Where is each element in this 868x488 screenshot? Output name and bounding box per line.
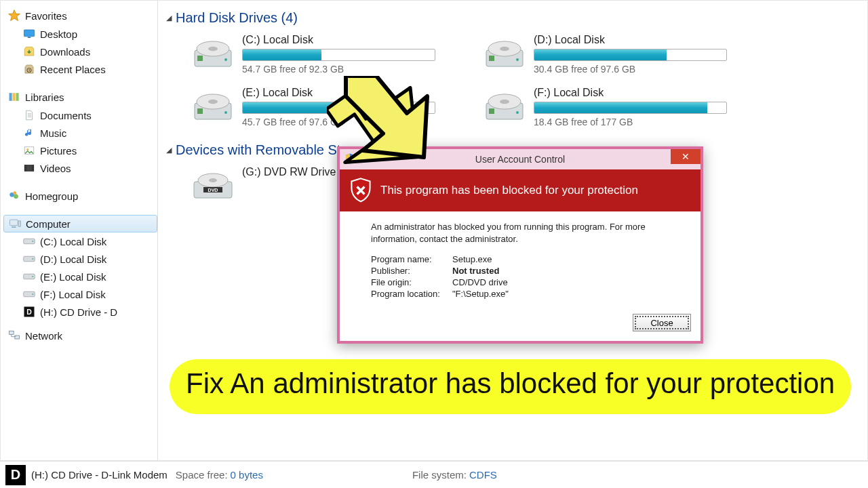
homegroup-group: Homegroup [3, 186, 157, 205]
svg-rect-23 [18, 221, 20, 226]
arrow-annotation-icon [332, 76, 448, 178]
svg-point-29 [32, 276, 33, 277]
svg-point-45 [516, 58, 519, 61]
statusbar-drive-icon: D [5, 465, 26, 485]
hdd-icon [22, 235, 36, 248]
uac-close-action-button[interactable]: Close [633, 314, 691, 331]
sidebar-item-h-drive[interactable]: D (H:) CD Drive - D [3, 303, 157, 321]
statusbar-fs-label: File system: [412, 469, 467, 481]
uac-detail-key: Program location: [371, 289, 452, 299]
svg-point-50 [224, 111, 227, 114]
item-label: Pictures [40, 145, 77, 157]
uac-detail-value: Not trusted [452, 266, 499, 276]
uac-detail-row: Program location:"F:\Setup.exe" [371, 289, 669, 299]
svg-point-12 [25, 165, 26, 166]
sidebar-item-f-drive[interactable]: (F:) Local Disk [3, 285, 157, 303]
svg-rect-35 [15, 336, 20, 339]
hdd-drive-icon [189, 34, 237, 73]
hdd-drives-list: (C:) Local Disk 54.7 GB free of 92.3 GB … [189, 34, 856, 140]
drive-item[interactable]: (F:) Local Disk 18.4 GB free of 177 GB [481, 87, 745, 127]
hdd-drive-icon [189, 87, 237, 126]
network-group: Network [3, 326, 157, 345]
uac-detail-key: Publisher: [371, 266, 452, 276]
sidebar-item-d-drive[interactable]: (D:) Local Disk [3, 250, 157, 268]
libraries-header[interactable]: Libraries [3, 87, 157, 106]
drive-usage-bar [242, 49, 435, 61]
uac-detail-row: Publisher:Not trusted [371, 266, 669, 276]
sidebar-item-downloads[interactable]: Downloads [3, 43, 157, 60]
uac-detail-row: Program name:Setup.exe [371, 254, 669, 264]
hdd-section-header[interactable]: ◢ Hard Disk Drives (4) [166, 10, 856, 26]
uac-title-text: User Account Control [475, 154, 565, 165]
favorites-group: Favorites Desktop Downloads Recent Place… [3, 6, 157, 78]
dvd-drive-icon: DVD [189, 166, 237, 205]
sidebar-item-recent-places[interactable]: Recent Places [3, 60, 157, 78]
uac-button-row: Close [340, 307, 701, 341]
homegroup-label: Homegroup [25, 190, 78, 202]
collapse-triangle-icon: ◢ [166, 146, 172, 155]
hdd-drive-icon [481, 34, 528, 73]
homegroup-icon [7, 189, 21, 203]
computer-header[interactable]: Computer [3, 215, 157, 232]
svg-rect-21 [10, 220, 18, 225]
drive-usage-bar [534, 49, 727, 61]
sidebar-item-pictures[interactable]: Pictures [3, 142, 157, 159]
drive-item[interactable]: (D:) Local Disk 30.4 GB free of 97.6 GB [481, 34, 745, 75]
hdd-icon [22, 287, 36, 301]
computer-icon [8, 217, 22, 230]
svg-point-14 [25, 169, 26, 170]
sidebar-item-e-drive[interactable]: (E:) Local Disk [3, 268, 157, 285]
drive-item[interactable]: (C:) Local Disk 54.7 GB free of 92.3 GB [189, 34, 454, 75]
sidebar-item-desktop[interactable]: Desktop [3, 25, 157, 43]
statusbar-space-value: 0 bytes [231, 469, 263, 481]
uac-message: An administrator has blocked you from ru… [371, 221, 669, 245]
uac-detail-key: Program name: [371, 254, 452, 264]
uac-close-button[interactable]: ✕ [671, 149, 701, 164]
svg-marker-0 [9, 10, 20, 21]
svg-point-20 [13, 191, 16, 195]
favorites-label: Favorites [25, 10, 67, 22]
uac-detail-value: "F:\Setup.exe" [452, 289, 509, 299]
svg-point-43 [500, 47, 509, 51]
item-label: Music [40, 127, 66, 139]
close-icon: ✕ [682, 151, 690, 162]
libraries-group: Libraries Documents Music Pictures Video… [3, 87, 157, 177]
network-header[interactable]: Network [3, 326, 157, 345]
sidebar-item-videos[interactable]: Videos [3, 159, 157, 177]
svg-point-53 [500, 100, 509, 104]
svg-point-38 [208, 47, 218, 51]
desktop-icon [22, 27, 36, 41]
homegroup-header[interactable]: Homegroup [3, 186, 157, 205]
svg-point-58 [209, 178, 217, 182]
svg-point-17 [33, 169, 33, 170]
uac-detail-row: File origin:CD/DVD drive [371, 277, 669, 287]
navigation-sidebar: Favorites Desktop Downloads Recent Place… [1, 1, 158, 460]
network-label: Network [25, 330, 62, 342]
svg-point-16 [33, 167, 33, 168]
svg-rect-44 [489, 56, 494, 61]
item-label: (D:) Local Disk [40, 253, 106, 265]
svg-rect-1 [24, 30, 35, 37]
documents-icon [22, 108, 36, 122]
sidebar-item-documents[interactable]: Documents [3, 106, 157, 124]
drive-usage-bar [534, 102, 727, 114]
svg-text:DVD: DVD [208, 188, 218, 192]
sidebar-item-c-drive[interactable]: (C:) Local Disk [3, 232, 157, 250]
downloads-icon [22, 45, 36, 58]
svg-rect-6 [16, 93, 19, 101]
svg-text:D: D [26, 308, 32, 316]
hdd-icon [22, 270, 36, 283]
item-label: (H:) CD Drive - D [40, 306, 117, 318]
uac-headline: This program has been blocked for your p… [380, 184, 638, 197]
computer-label: Computer [26, 218, 71, 230]
favorites-header[interactable]: Favorites [3, 6, 157, 25]
item-label: Desktop [40, 28, 77, 40]
svg-marker-63 [346, 76, 427, 157]
item-label: (F:) Local Disk [40, 289, 106, 300]
computer-group: Computer (C:) Local Disk (D:) Local Disk… [3, 215, 157, 321]
drive-label: (C:) Local Disk [242, 34, 454, 46]
sidebar-item-music[interactable]: Music [3, 124, 157, 142]
svg-point-13 [25, 167, 26, 168]
svg-rect-49 [197, 108, 203, 114]
drive-free-text: 54.7 GB free of 92.3 GB [242, 64, 454, 75]
